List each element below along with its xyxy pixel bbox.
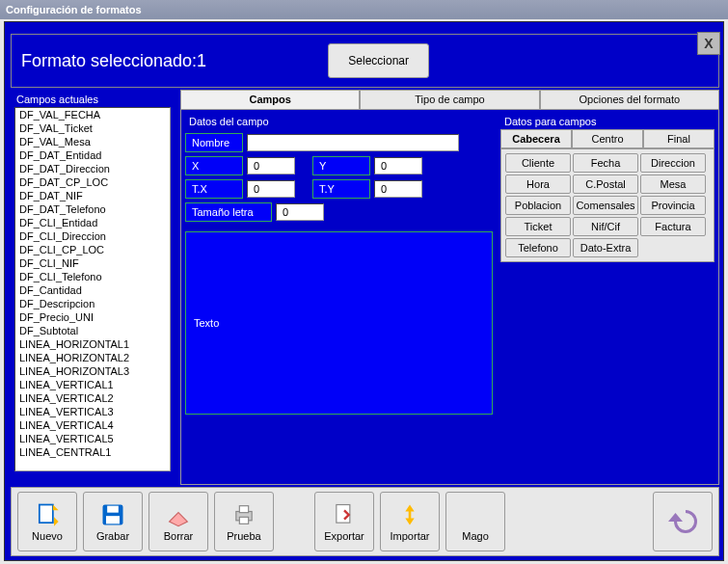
- field-insert-button[interactable]: Telefono: [505, 238, 571, 257]
- size-input[interactable]: [276, 203, 324, 221]
- main-tabs: Campos Tipo de campo Opciones del format…: [180, 90, 719, 109]
- grabar-button[interactable]: Grabar: [83, 492, 143, 551]
- list-item[interactable]: DF_CLI_CP_LOC: [15, 243, 170, 256]
- svg-marker-2: [54, 517, 59, 525]
- field-insert-button[interactable]: Ticket: [505, 217, 571, 236]
- field-insert-button[interactable]: Poblacion: [505, 196, 571, 215]
- nuevo-button[interactable]: Nuevo: [17, 492, 77, 551]
- list-item[interactable]: DF_DAT_CP_LOC: [15, 175, 170, 189]
- datos-para-campos-section: Datos para campos Cabecera Centro Final …: [500, 114, 715, 480]
- ty-label: T.Y: [312, 179, 370, 199]
- main-frame: Formato seleccionado:1 Seleccionar X Cam…: [4, 21, 724, 561]
- tx-input[interactable]: [247, 180, 295, 198]
- fields-listbox[interactable]: DF_VAL_FECHADF_VAL_TicketDF_VAL_MesaDF_D…: [14, 107, 171, 471]
- export-icon: [331, 501, 358, 528]
- field-insert-button[interactable]: Factura: [640, 217, 706, 236]
- field-insert-button[interactable]: Mesa: [640, 175, 706, 194]
- list-item[interactable]: DF_DAT_Direccion: [15, 162, 170, 175]
- svg-rect-9: [239, 517, 248, 524]
- right-tabs: Cabecera Centro Final: [500, 129, 715, 148]
- tab-cabecera[interactable]: Cabecera: [500, 129, 572, 148]
- close-button[interactable]: X: [697, 32, 720, 55]
- list-item[interactable]: DF_Precio_UNI: [15, 310, 170, 324]
- tab-body: Datos del campo Nombre X Y T.X: [180, 109, 719, 485]
- tab-final[interactable]: Final: [643, 129, 715, 148]
- size-label: Tamaño letra: [185, 202, 272, 222]
- tx-label: T.X: [185, 179, 243, 199]
- svg-rect-0: [40, 505, 53, 524]
- window-titlebar: Configuración de formatos: [0, 0, 728, 19]
- list-item[interactable]: DF_VAL_FECHA: [15, 108, 170, 121]
- list-item[interactable]: LINEA_CENTRAL1: [15, 445, 170, 459]
- list-item[interactable]: LINEA_HORIZONTAL2: [15, 351, 170, 364]
- list-item[interactable]: DF_CLI_Direccion: [15, 229, 170, 243]
- x-label: X: [185, 156, 243, 175]
- field-insert-button[interactable]: C.Postal: [573, 175, 638, 194]
- list-item[interactable]: LINEA_VERTICAL2: [15, 391, 170, 405]
- list-item[interactable]: DF_CLI_Telefono: [15, 270, 170, 283]
- left-pane: Campos actuales DF_VAL_FECHADF_VAL_Ticke…: [11, 90, 175, 485]
- format-selected-label: Formato seleccionado:1: [21, 51, 328, 71]
- list-item[interactable]: DF_Descripcion: [15, 297, 170, 310]
- list-item[interactable]: DF_CLI_Entidad: [15, 216, 170, 229]
- ty-input[interactable]: [374, 180, 422, 198]
- right-tab-body: ClienteFechaDireccionHoraC.PostalMesaPob…: [500, 148, 715, 262]
- texto-area[interactable]: Texto: [185, 231, 493, 415]
- list-item[interactable]: LINEA_HORIZONTAL1: [15, 337, 170, 351]
- back-button[interactable]: [653, 492, 713, 551]
- import-icon: [396, 501, 423, 528]
- list-item[interactable]: DF_Subtotal: [15, 324, 170, 337]
- field-insert-button[interactable]: Fecha: [573, 153, 638, 173]
- datos-campo-title: Datos del campo: [185, 114, 493, 129]
- svg-rect-4: [107, 506, 119, 513]
- tab-tipo[interactable]: Tipo de campo: [360, 90, 539, 109]
- list-item[interactable]: DF_DAT_Entidad: [15, 148, 170, 162]
- field-buttons-grid: ClienteFechaDireccionHoraC.PostalMesaPob…: [505, 153, 710, 257]
- list-item[interactable]: LINEA_VERTICAL3: [15, 405, 170, 418]
- list-item[interactable]: DF_DAT_Telefono: [15, 202, 170, 216]
- nombre-label: Nombre: [185, 133, 243, 152]
- field-insert-button[interactable]: Hora: [505, 175, 571, 194]
- exportar-button[interactable]: Exportar: [314, 492, 374, 551]
- borrar-button[interactable]: Borrar: [148, 492, 208, 551]
- field-insert-button[interactable]: Provincia: [640, 196, 706, 215]
- new-file-icon: [34, 501, 61, 528]
- bottom-toolbar: Nuevo Grabar Borrar Prueba Exportar Impo…: [11, 487, 719, 556]
- svg-marker-1: [53, 505, 59, 511]
- print-icon: [230, 501, 257, 528]
- mago-button[interactable]: Mago: [445, 492, 505, 551]
- right-pane: Campos Tipo de campo Opciones del format…: [180, 90, 719, 485]
- list-item[interactable]: LINEA_VERTICAL1: [15, 378, 170, 391]
- list-item[interactable]: LINEA_VERTICAL4: [15, 418, 170, 432]
- tab-campos[interactable]: Campos: [180, 90, 360, 109]
- svg-rect-5: [106, 516, 120, 524]
- list-item[interactable]: LINEA_HORIZONTAL3: [15, 364, 170, 378]
- prueba-button[interactable]: Prueba: [214, 492, 274, 551]
- format-header: Formato seleccionado:1 Seleccionar X: [11, 34, 719, 88]
- back-arrow-icon: [665, 504, 700, 539]
- list-item[interactable]: DF_VAL_Ticket: [15, 121, 170, 135]
- list-item[interactable]: DF_DAT_NIF: [15, 189, 170, 202]
- list-item[interactable]: DF_CLI_NIF: [15, 256, 170, 270]
- importar-button[interactable]: Importar: [380, 492, 440, 551]
- list-item[interactable]: DF_VAL_Mesa: [15, 135, 170, 148]
- tab-centro[interactable]: Centro: [572, 129, 643, 148]
- save-icon: [99, 501, 126, 528]
- body-row: Campos actuales DF_VAL_FECHADF_VAL_Ticke…: [11, 90, 719, 485]
- field-insert-button[interactable]: Nif/Cif: [573, 217, 638, 236]
- field-insert-button[interactable]: Direccion: [640, 153, 706, 173]
- datos-para-campos-title: Datos para campos: [500, 114, 715, 129]
- datos-campo-section: Datos del campo Nombre X Y T.X: [185, 114, 493, 480]
- select-button[interactable]: Seleccionar: [328, 43, 429, 78]
- field-insert-button[interactable]: Dato-Extra: [573, 238, 638, 257]
- eraser-icon: [165, 501, 192, 528]
- svg-rect-8: [239, 506, 248, 513]
- list-item[interactable]: LINEA_VERTICAL5: [15, 432, 170, 445]
- tab-opciones[interactable]: Opciones del formato: [540, 90, 719, 109]
- nombre-input[interactable]: [247, 134, 459, 151]
- field-insert-button[interactable]: Cliente: [505, 153, 571, 173]
- field-insert-button[interactable]: Comensales: [573, 196, 638, 215]
- list-item[interactable]: DF_Cantidad: [15, 283, 170, 297]
- x-input[interactable]: [247, 157, 295, 175]
- y-input[interactable]: [374, 157, 422, 175]
